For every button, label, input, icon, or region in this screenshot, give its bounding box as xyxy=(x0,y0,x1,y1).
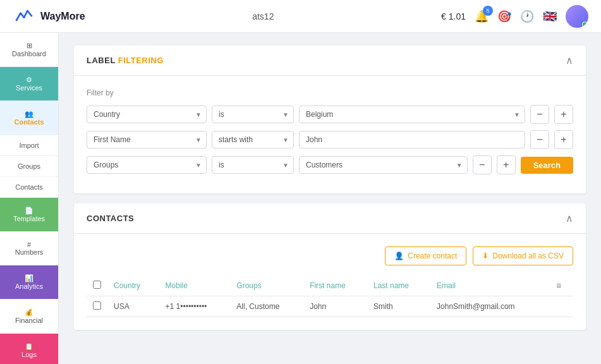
filter-col1-row3-wrap: Groups ▼ xyxy=(87,156,207,174)
logs-icon: 📋 xyxy=(5,343,53,351)
sidebar-item-dashboard[interactable]: ⊞ Dashboard xyxy=(0,33,58,67)
contacts-section: CONTACTS ∧ 👤 Create contact ⬇ Download a… xyxy=(74,203,586,330)
filter-col3-row3-wrap: Customers ▼ xyxy=(299,156,468,174)
sidebar-label-templates: Templates xyxy=(5,215,53,222)
collapse-contacts-icon[interactable]: ∧ xyxy=(566,212,573,224)
sidebar-item-groups[interactable]: Groups xyxy=(0,156,58,177)
sidebar-label-logs: Logs xyxy=(5,351,53,358)
download-csv-button[interactable]: ⬇ Download all as CSV xyxy=(473,246,573,265)
row-checkbox[interactable] xyxy=(93,301,101,310)
label-filtering-section: LABEL FILTERING ∧ Filter by Country ▼ xyxy=(74,46,586,193)
sidebar-item-contacts2[interactable]: Contacts xyxy=(0,177,58,198)
table-settings-icon[interactable]: ≡ xyxy=(556,281,561,291)
col-header-check xyxy=(87,276,107,296)
label-filtering-title: LABEL FILTERING xyxy=(87,56,164,65)
target-icon[interactable]: 🎯 xyxy=(497,9,511,23)
user-avatar[interactable] xyxy=(566,5,588,28)
filter-col2-row1-wrap: is ▼ xyxy=(212,106,294,123)
sidebar-label-financial: Financial xyxy=(5,317,53,324)
row-lastname: Smith xyxy=(367,296,430,317)
contacts-table: Country Mobile Groups First name Last na… xyxy=(87,276,573,317)
sidebar-label-dashboard: Dashboard xyxy=(5,50,53,58)
contacts-icon: 👥 xyxy=(5,110,53,118)
sidebar-item-numbers[interactable]: # Numbers xyxy=(0,232,58,265)
filter-field-row2[interactable]: First Name xyxy=(87,131,207,149)
filter-operator-row3[interactable]: is xyxy=(212,156,294,174)
table-header: Country Mobile Groups First name Last na… xyxy=(87,276,573,296)
label-filtering-body: Filter by Country ▼ is ▼ xyxy=(74,76,586,193)
row-mobile: +1 1•••••••••• xyxy=(159,296,231,317)
col-header-settings[interactable]: ≡ xyxy=(550,276,573,296)
notification-badge: 5 xyxy=(483,6,493,16)
filter-value-row3[interactable]: Customers xyxy=(299,156,468,174)
templates-icon: 📄 xyxy=(5,207,53,215)
sidebar-item-import[interactable]: Import xyxy=(0,135,58,156)
logo[interactable]: WayMore xyxy=(13,5,85,28)
sidebar-label-numbers: Numbers xyxy=(5,248,53,256)
select-all-checkbox[interactable] xyxy=(93,281,101,289)
sidebar-item-financial[interactable]: 💰 Financial xyxy=(0,300,58,334)
remove-filter-row3-button[interactable]: − xyxy=(473,155,492,174)
collapse-filtering-icon[interactable]: ∧ xyxy=(566,54,573,66)
filter-operator-row1[interactable]: is xyxy=(212,106,294,123)
sidebar-item-templates[interactable]: 📄 Templates xyxy=(0,198,58,232)
contacts-title: CONTACTS xyxy=(87,214,134,223)
col-header-mobile: Mobile xyxy=(159,276,231,296)
balance-display: € 1.01 xyxy=(441,11,466,21)
filter-field-row1[interactable]: Country xyxy=(87,106,207,123)
create-icon: 👤 xyxy=(394,252,404,260)
filter-value-input-row2[interactable] xyxy=(299,131,525,149)
sidebar-item-logs[interactable]: 📋 Logs xyxy=(0,334,58,364)
filter-col2-row2-wrap: starts with ▼ xyxy=(212,131,294,149)
col-header-country: Country xyxy=(107,276,159,296)
navbar: WayMore ats12 € 1.01 🔔 5 🎯 🕐 🇬🇧 xyxy=(0,0,601,33)
filter-operator-row2[interactable]: starts with xyxy=(212,131,294,149)
label-filtering-header: LABEL FILTERING ∧ xyxy=(74,46,586,76)
main-layout: ⊞ Dashboard ⚙ Services 👥 Contacts Import… xyxy=(0,33,601,364)
clock-icon[interactable]: 🕐 xyxy=(520,9,534,23)
filter-value-row1[interactable]: Belgium xyxy=(299,106,525,123)
filter-col1-row1-wrap: Country ▼ xyxy=(87,106,207,123)
add-filter-row2-button[interactable]: + xyxy=(554,130,573,149)
row-actions xyxy=(550,296,573,317)
remove-filter-row1-button[interactable]: − xyxy=(530,105,549,124)
filter-col1-row2-wrap: First Name ▼ xyxy=(87,131,207,149)
row-check xyxy=(87,296,107,317)
bell-icon[interactable]: 🔔 5 xyxy=(475,9,489,23)
row-email: JohnSmith@gmail.com xyxy=(430,296,550,317)
contacts-body: 👤 Create contact ⬇ Download all as CSV C… xyxy=(74,234,586,330)
row-firstname: John xyxy=(303,296,367,317)
logo-text: WayMore xyxy=(40,11,85,22)
navbar-center-text: ats12 xyxy=(85,11,442,21)
sidebar-label-analytics: Analytics xyxy=(5,282,53,290)
row-groups: All, Custome xyxy=(230,296,303,317)
filter-col3-row2-wrap xyxy=(299,131,525,149)
search-button[interactable]: Search xyxy=(521,157,573,174)
dashboard-icon: ⊞ xyxy=(5,42,53,50)
row-country: USA xyxy=(107,296,159,317)
col-header-groups: Groups xyxy=(230,276,303,296)
filter-row-3: Groups ▼ is ▼ Customers ▼ xyxy=(87,155,573,174)
sidebar-item-contacts[interactable]: 👥 Contacts xyxy=(0,101,58,135)
add-filter-row1-button[interactable]: + xyxy=(554,105,573,124)
navbar-right: € 1.01 🔔 5 🎯 🕐 🇬🇧 xyxy=(441,5,588,28)
download-icon: ⬇ xyxy=(482,252,489,260)
add-filter-row3-button[interactable]: + xyxy=(497,155,516,174)
sidebar-item-analytics[interactable]: 📊 Analytics xyxy=(0,265,58,300)
contacts-toolbar: 👤 Create contact ⬇ Download all as CSV xyxy=(87,246,573,265)
financial-icon: 💰 xyxy=(5,308,53,317)
remove-filter-row2-button[interactable]: − xyxy=(530,130,549,149)
table-row: USA +1 1•••••••••• All, Custome John Smi… xyxy=(87,296,573,317)
sidebar-label-contacts: Contacts xyxy=(5,118,53,126)
contacts-header: CONTACTS ∧ xyxy=(74,203,586,234)
filter-col3-row1-wrap: Belgium ▼ xyxy=(299,106,525,123)
sidebar-item-services[interactable]: ⚙ Services xyxy=(0,67,58,101)
numbers-icon: # xyxy=(5,241,53,248)
flag-icon[interactable]: 🇬🇧 xyxy=(543,9,557,23)
table-body: USA +1 1•••••••••• All, Custome John Smi… xyxy=(87,296,573,317)
filter-field-row3[interactable]: Groups xyxy=(87,156,207,174)
analytics-icon: 📊 xyxy=(5,274,53,282)
create-contact-button[interactable]: 👤 Create contact xyxy=(385,246,466,265)
sidebar-label-services: Services xyxy=(5,84,53,92)
sidebar: ⊞ Dashboard ⚙ Services 👥 Contacts Import… xyxy=(0,33,59,364)
